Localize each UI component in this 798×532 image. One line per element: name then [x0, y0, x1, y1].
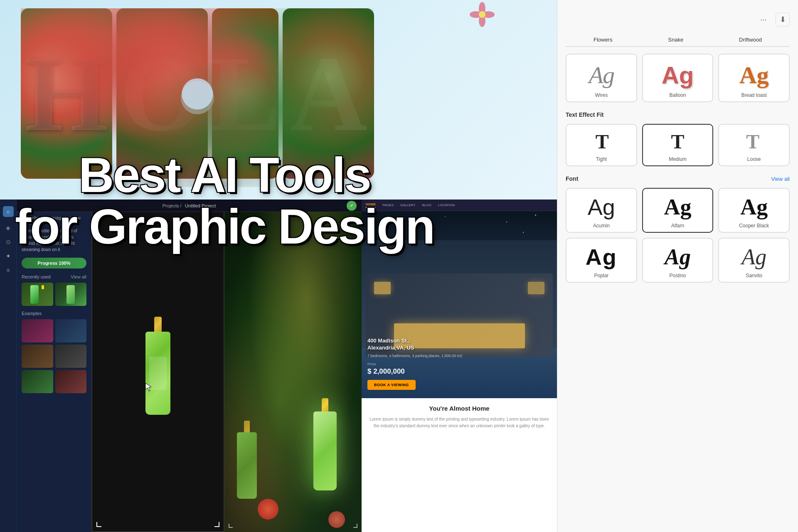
ai-example-thumb-3	[22, 345, 53, 368]
overlay-line1: Best AI Tools	[12, 150, 436, 201]
font-card-sanvito[interactable]: Ag Sanvito	[718, 238, 790, 283]
postino-label: Postino	[646, 273, 709, 278]
re-price: $ 2,000,000	[367, 367, 551, 376]
cooper-label: Cooper Black	[722, 223, 786, 229]
text-effect-fit-title: Text Effect Fit	[566, 111, 790, 118]
poplar-preview: Ag	[570, 243, 633, 271]
tab-driftwood[interactable]: Driftwood	[731, 33, 770, 46]
ai-progress-text: Progress 100%	[22, 258, 86, 268]
category-tabs: Flowers Snake Driftwood	[566, 33, 790, 47]
ai-view-all-link[interactable]: View all	[71, 274, 86, 279]
overlay-line2: for Graphic Design	[12, 201, 436, 253]
wires-preview: Ag	[570, 59, 633, 91]
ai-progress-container: Progress 100%	[22, 258, 86, 268]
breadtoast-label: Bread toast	[722, 92, 786, 98]
main-canvas: H O L A	[0, 0, 557, 532]
balloon-label: Balloon	[646, 92, 709, 98]
style-card-wires[interactable]: Ag Wires	[566, 54, 637, 102]
style-cards-row: Ag Wires Ag Balloon Ag Bread toast	[566, 54, 790, 102]
svg-point-4	[479, 11, 485, 18]
style-card-balloon[interactable]: Ag Balloon	[642, 54, 714, 102]
ai-example-thumb-6	[55, 370, 87, 393]
ai-example-thumb-2	[55, 319, 87, 342]
download-icon[interactable]: ⬇	[776, 12, 790, 27]
re-info-card: 400 Madison St.,Alexandria,VA, US 7 bedr…	[367, 337, 551, 390]
right-panel: ··· ⬇ Flowers Snake Driftwood Ag Wires A…	[557, 0, 798, 532]
poplar-label: Poplar	[570, 273, 633, 278]
cooper-preview: Ag	[722, 193, 786, 221]
font-card-postino[interactable]: Ag Postino	[642, 238, 714, 283]
wires-label: Wires	[570, 92, 633, 98]
re-bottom-section: You're Almost Home Lorem ipsum is simply…	[362, 398, 557, 532]
breadtoast-preview: Ag	[722, 59, 786, 91]
re-bottom-title: You're Almost Home	[368, 405, 550, 412]
fit-loose-label: Loose	[722, 156, 786, 162]
acumin-preview: Ag	[570, 193, 633, 221]
sanvito-preview: Ag	[722, 243, 786, 271]
balloon-preview: Ag	[646, 59, 709, 91]
fit-tight-card[interactable]: T Tight	[566, 124, 637, 166]
ai-recently-used-label: Recently used	[22, 274, 51, 279]
ai-recent-thumb-1	[22, 283, 53, 306]
fit-tight-preview: T	[570, 129, 633, 155]
acumin-label: Acumin	[570, 223, 633, 229]
ai-examples-label: Examples	[22, 311, 86, 316]
fit-loose-card[interactable]: T Loose	[718, 124, 790, 166]
re-price-label: Price	[367, 362, 551, 366]
re-bottom-text: Lorem ipsum is simply dummy text of the …	[368, 416, 550, 429]
re-book-button[interactable]: BOOK A VIEWING	[367, 380, 416, 390]
ai-example-thumb-5	[22, 370, 53, 393]
style-card-breadtoast[interactable]: Ag Bread toast	[718, 54, 790, 102]
font-card-alfarn[interactable]: Ag Alfarn	[642, 188, 714, 233]
sanvito-label: Sanvito	[722, 273, 786, 278]
alfarn-preview: Ag	[646, 193, 709, 221]
ai-example-thumb-4	[55, 345, 87, 368]
tab-flowers[interactable]: Flowers	[585, 33, 621, 46]
tab-snake[interactable]: Snake	[660, 33, 692, 46]
fit-loose-preview: T	[722, 129, 786, 155]
overlay-text-container: Best AI Tools for Graphic Design	[0, 150, 449, 253]
alfarn-label: Alfarn	[646, 223, 709, 229]
font-view-all-link[interactable]: View all	[771, 176, 790, 182]
fit-tight-label: Tight	[570, 156, 633, 162]
re-address: 400 Madison St.,Alexandria,VA, US	[367, 337, 551, 352]
postino-preview: Ag	[646, 243, 709, 271]
font-section: Font View all Ag Acumin Ag Alfarn Ag Coo…	[566, 175, 790, 283]
fit-medium-preview: T	[646, 129, 709, 155]
fit-medium-card[interactable]: T Medium	[642, 124, 714, 166]
ai-example-thumb-1	[22, 319, 53, 342]
text-effect-fit-section: Text Effect Fit T Tight T Medium T Loose	[566, 111, 790, 166]
font-card-cooper[interactable]: Ag Cooper Black	[718, 188, 790, 233]
font-card-acumin[interactable]: Ag Acumin	[566, 188, 637, 233]
ai-nav-menu-icon[interactable]: ≡	[6, 267, 10, 273]
cursor	[145, 382, 152, 392]
more-options-icon[interactable]: ···	[756, 12, 771, 27]
font-section-title: Font	[566, 175, 578, 182]
ai-recent-thumb-2	[55, 283, 87, 306]
ai-nav-generate-icon[interactable]: ✦	[6, 253, 11, 259]
font-card-poplar[interactable]: Ag Poplar	[566, 238, 637, 283]
fit-medium-label: Medium	[646, 156, 709, 162]
panel-top-bar: ··· ⬇	[566, 8, 790, 33]
re-details: 7 bedrooms, 4 bathrooms, 3 parking place…	[367, 353, 551, 359]
